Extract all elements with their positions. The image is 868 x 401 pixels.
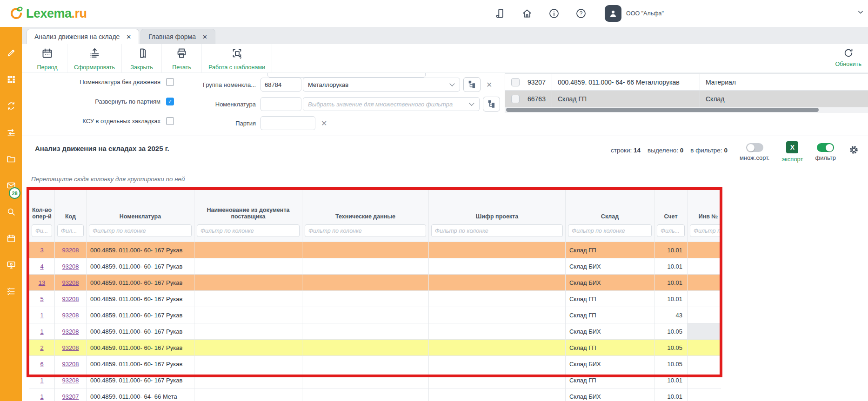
- nomenclature-combo[interactable]: Выбрать значение для множественного филь…: [303, 97, 480, 111]
- tab-main-form[interactable]: Главная форма ✕: [140, 29, 215, 44]
- operations-count-link[interactable]: 1: [40, 377, 43, 384]
- row-checkbox[interactable]: [511, 95, 520, 103]
- group-drop-zone[interactable]: Перетащите сюда колонку для группировки …: [22, 168, 868, 190]
- toggle-off[interactable]: [746, 143, 763, 152]
- operations-count-link[interactable]: 1: [40, 312, 43, 319]
- mail-badge[interactable]: 28: [9, 187, 20, 199]
- forms-icon[interactable]: [494, 7, 506, 20]
- code-link[interactable]: 93208: [62, 361, 79, 368]
- table-row[interactable]: 293208000.4859. 011.000- 60- 167 РукавСк…: [29, 340, 721, 356]
- table-row[interactable]: 193207000.4859. 011.000- 64- 66 МетаСкла…: [29, 388, 721, 401]
- operations-count-link[interactable]: 1: [40, 393, 43, 400]
- column-filter-input[interactable]: [568, 224, 652, 237]
- code-link[interactable]: 93208: [62, 312, 79, 319]
- lookup-row[interactable]: 93207000.4859. 011.000- 64- 66 Металлору…: [505, 74, 868, 91]
- column-filter-input[interactable]: [57, 224, 84, 237]
- table-row[interactable]: 493208000.4859. 011.000- 60- 167 РукавСк…: [29, 258, 721, 275]
- print-button[interactable]: Печать: [162, 44, 202, 72]
- close-button[interactable]: Закрыть: [122, 44, 162, 72]
- user-avatar[interactable]: [605, 5, 621, 22]
- column-filter-input[interactable]: [431, 224, 563, 237]
- column-filter-input[interactable]: [197, 224, 300, 237]
- column-filter-input[interactable]: [657, 224, 685, 237]
- transfer-icon[interactable]: [6, 127, 16, 138]
- help-icon[interactable]: ?: [575, 7, 587, 20]
- templates-button[interactable]: Работа с шаблонами: [202, 44, 272, 72]
- table-cell-inv: [688, 356, 721, 372]
- filter-toggle[interactable]: фильтр: [815, 140, 836, 161]
- table-row[interactable]: 693208000.4859. 011.000- 60- 167 РукавСк…: [29, 356, 721, 372]
- code-link[interactable]: 93208: [62, 328, 79, 335]
- operations-count-link[interactable]: 3: [40, 247, 43, 254]
- column-header[interactable]: Кол-во опер-й: [29, 190, 55, 224]
- code-link[interactable]: 93207: [62, 393, 79, 400]
- code-link[interactable]: 93208: [62, 247, 79, 254]
- table-cell-nomenclature: 000.4859. 011.000- 60- 167 Рукав: [87, 275, 194, 290]
- refresh-button[interactable]: Обновить: [835, 47, 861, 67]
- close-tab-icon[interactable]: ✕: [126, 33, 131, 40]
- modules-icon[interactable]: [6, 74, 16, 85]
- calendar-icon[interactable]: [6, 233, 16, 243]
- info-icon[interactable]: [548, 7, 560, 20]
- column-filter-input[interactable]: [89, 224, 192, 237]
- column-header[interactable]: Счет: [654, 190, 688, 224]
- table-row[interactable]: 193208000.4859. 011.000- 60- 167 РукавСк…: [29, 372, 721, 388]
- operations-count-link[interactable]: 2: [40, 344, 43, 351]
- operations-count-link[interactable]: 6: [40, 361, 43, 368]
- sync-icon[interactable]: [6, 101, 16, 111]
- column-header[interactable]: Наименование из документа поставщика: [194, 190, 302, 224]
- clear-group-icon[interactable]: ✕: [486, 80, 492, 89]
- export-button[interactable]: X экспорт: [781, 140, 803, 163]
- column-header[interactable]: Склад: [566, 190, 654, 224]
- column-header[interactable]: Номенклатура: [87, 190, 194, 224]
- column-header[interactable]: Инв №: [688, 190, 721, 224]
- nomenclature-tree-button[interactable]: [483, 97, 500, 112]
- lexema-logo[interactable]: Lexema.ru: [8, 6, 87, 21]
- clear-batch-icon[interactable]: ✕: [321, 119, 327, 128]
- column-header[interactable]: Шифр проекта: [429, 190, 566, 224]
- code-link[interactable]: 93208: [62, 377, 79, 384]
- home-icon[interactable]: [521, 7, 533, 20]
- table-row[interactable]: 193208000.4859. 011.000- 60- 167 РукавСк…: [29, 307, 721, 323]
- edit-icon[interactable]: [6, 48, 16, 58]
- operations-count-link[interactable]: 13: [39, 279, 45, 286]
- company-name[interactable]: ООО "Альфа": [626, 10, 664, 17]
- nomenclature-code-input[interactable]: [260, 97, 301, 111]
- code-link[interactable]: 93208: [62, 344, 79, 351]
- code-link[interactable]: 93208: [62, 279, 79, 286]
- toggle-on[interactable]: [817, 143, 834, 152]
- tasks-icon[interactable]: [6, 286, 16, 296]
- multisort-toggle[interactable]: множ.сорт.: [740, 140, 769, 161]
- generate-button[interactable]: Сформировать: [67, 44, 122, 72]
- table-row[interactable]: 393208000.4859. 011.000- 60- 167 РукавСк…: [29, 242, 721, 258]
- code-link[interactable]: 93208: [62, 263, 79, 270]
- search-icon[interactable]: [6, 207, 16, 217]
- column-filter-input[interactable]: [690, 224, 721, 237]
- column-header[interactable]: Код: [55, 190, 87, 224]
- batch-input[interactable]: [260, 116, 315, 130]
- scrollbar-thumb[interactable]: [506, 108, 819, 112]
- group-code-input[interactable]: [260, 78, 301, 92]
- lookup-hscrollbar[interactable]: [505, 107, 868, 113]
- table-row[interactable]: 193208000.4859. 011.000- 60- 167 РукавСк…: [29, 323, 721, 340]
- operations-count-link[interactable]: 5: [40, 296, 43, 302]
- settings-button[interactable]: [848, 144, 860, 156]
- workstation-icon[interactable]: [6, 260, 16, 270]
- column-header[interactable]: Технические данные: [302, 190, 429, 224]
- operations-count-link[interactable]: 4: [40, 263, 43, 270]
- table-row[interactable]: 1393208000.4859. 011.000- 60- 167 РукавС…: [29, 275, 721, 291]
- group-name-combo[interactable]: Металлорукав: [303, 78, 460, 92]
- table-row[interactable]: 593208000.4859. 011.000- 60- 167 РукавСк…: [29, 291, 721, 307]
- column-filter-input[interactable]: [32, 224, 52, 237]
- operations-count-link[interactable]: 1: [40, 328, 43, 335]
- folder-icon[interactable]: [6, 154, 16, 164]
- close-tab-icon[interactable]: ✕: [202, 33, 207, 40]
- period-button[interactable]: Период: [27, 44, 67, 72]
- row-checkbox[interactable]: [511, 78, 520, 86]
- collapse-header-icon[interactable]: [856, 7, 865, 17]
- group-tree-button[interactable]: [463, 77, 481, 92]
- code-link[interactable]: 93208: [62, 296, 79, 302]
- lookup-row[interactable]: 66763Склад ГПСклад: [505, 91, 868, 107]
- tab-warehouse-analysis[interactable]: Анализ движения на складе ✕: [27, 29, 139, 44]
- column-filter-input[interactable]: [305, 224, 426, 237]
